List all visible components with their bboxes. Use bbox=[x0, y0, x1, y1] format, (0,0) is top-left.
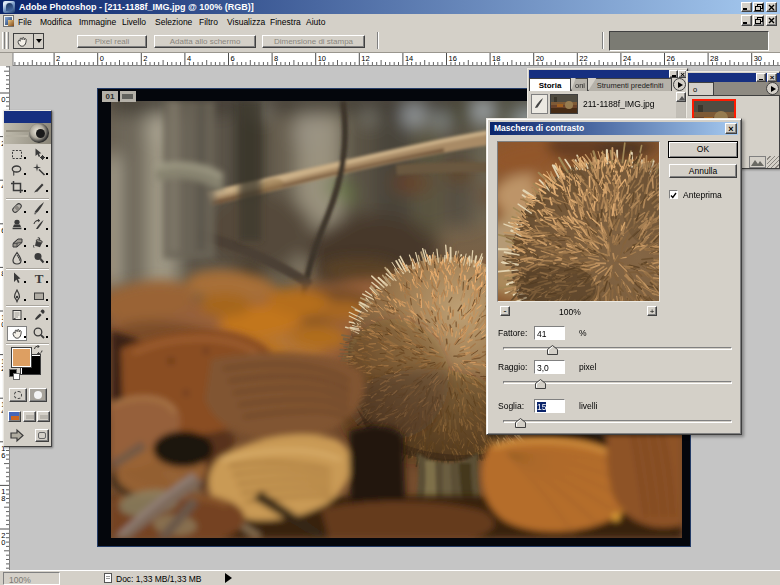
svg-text:22: 22 bbox=[579, 54, 587, 63]
svg-text:8: 8 bbox=[274, 54, 278, 63]
svg-text:20: 20 bbox=[536, 54, 544, 63]
svg-text:6: 6 bbox=[231, 54, 235, 63]
svg-text:0: 0 bbox=[100, 54, 104, 63]
svg-text:2: 2 bbox=[143, 54, 147, 63]
svg-text:18: 18 bbox=[492, 54, 500, 63]
svg-text:16: 16 bbox=[449, 54, 457, 63]
svg-text:14: 14 bbox=[405, 54, 413, 63]
svg-text:30: 30 bbox=[754, 54, 762, 63]
svg-text:0: 0 bbox=[1, 95, 5, 104]
svg-text:6: 6 bbox=[1, 451, 5, 460]
svg-text:T: T bbox=[35, 271, 44, 285]
svg-text:2: 2 bbox=[56, 54, 60, 63]
svg-text:28: 28 bbox=[710, 54, 718, 63]
svg-text:12: 12 bbox=[361, 54, 369, 63]
svg-text:8: 8 bbox=[1, 494, 5, 503]
svg-text:26: 26 bbox=[667, 54, 675, 63]
svg-text:10: 10 bbox=[318, 54, 326, 63]
svg-text:4: 4 bbox=[187, 54, 191, 63]
svg-text:0: 0 bbox=[1, 538, 5, 547]
svg-text:24: 24 bbox=[623, 54, 631, 63]
